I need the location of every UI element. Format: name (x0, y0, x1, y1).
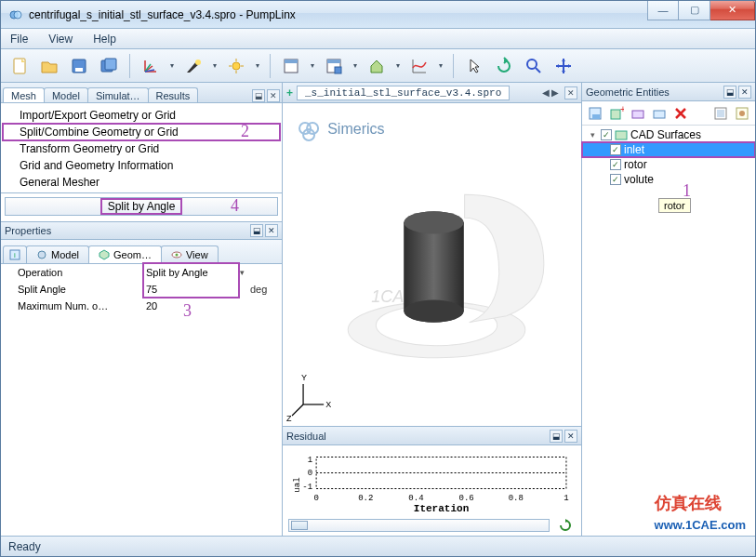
svg-text:0: 0 (308, 468, 312, 478)
plot-dropdown-icon[interactable]: ▾ (436, 61, 445, 70)
svg-text:X: X (325, 400, 331, 409)
properties-pin-icon[interactable]: ⬓ (250, 224, 263, 237)
tab-mesh[interactable]: Mesh (3, 87, 45, 102)
plot-icon[interactable] (406, 53, 432, 79)
tab-results[interactable]: Results (148, 87, 199, 102)
prop-tab-model[interactable]: Model (26, 245, 89, 263)
collapse-icon[interactable]: ▾ (588, 130, 598, 140)
geo-root[interactable]: ▾ ✓ CAD Surfaces (582, 127, 755, 142)
svg-point-37 (404, 211, 463, 233)
close-panel-icon[interactable]: ✕ (267, 89, 280, 102)
viewport-close-icon[interactable]: ✕ (564, 86, 577, 99)
geo-btn-6[interactable] (711, 104, 730, 123)
tree-transform[interactable]: Transform Geometry or Grid (3, 140, 280, 157)
save-view-icon[interactable] (321, 53, 347, 79)
tree-split-combine[interactable]: Split/Combine Geometry or Grid (3, 124, 280, 140)
residual-slider[interactable] (288, 519, 550, 532)
app-icon (8, 7, 23, 22)
mesh-tree: Import/Export Geometry or Grid Split/Com… (1, 103, 282, 193)
geo-add-icon[interactable]: + (607, 104, 626, 123)
document-tab[interactable]: _s_initial_stl_surface_v3.4.spro (297, 86, 510, 100)
checkbox-root[interactable]: ✓ (601, 129, 612, 140)
rotate-icon[interactable] (491, 53, 517, 79)
save-icon[interactable] (66, 53, 92, 79)
home-icon[interactable] (364, 53, 390, 79)
home-dropdown-icon[interactable]: ▾ (393, 61, 403, 70)
menu-help[interactable]: Help (89, 31, 120, 47)
annotation-3: 3 (183, 301, 192, 321)
axes-icon[interactable] (138, 53, 164, 79)
tab-simulation[interactable]: Simulat… (87, 87, 149, 102)
sun-icon[interactable] (223, 53, 249, 79)
light-icon[interactable] (180, 53, 206, 79)
new-icon[interactable] (7, 53, 33, 79)
svg-point-36 (404, 300, 463, 323)
axes-dropdown-icon[interactable]: ▾ (167, 61, 177, 70)
prop-tab-geom[interactable]: Geom… (88, 245, 162, 263)
checkbox-rotor[interactable]: ✓ (610, 159, 621, 170)
svg-text:0: 0 (313, 493, 318, 503)
geo-btn-4[interactable] (650, 104, 669, 123)
prop-max-num-value[interactable]: 20 (140, 300, 250, 312)
properties-close-icon[interactable]: ✕ (265, 224, 278, 237)
checkbox-inlet[interactable]: ✓ (610, 144, 621, 155)
prop-operation-value[interactable]: Split by Angle▾ (140, 267, 250, 278)
zoom-icon[interactable] (521, 53, 547, 79)
menu-file[interactable]: File (7, 31, 32, 47)
residual-pin-icon[interactable]: ⬓ (550, 430, 563, 443)
window-dropdown-icon[interactable]: ▾ (308, 61, 317, 70)
open-icon[interactable] (36, 53, 62, 79)
prop-tab-info[interactable]: i (3, 245, 27, 263)
refresh-icon[interactable] (555, 516, 576, 535)
svg-point-19 (527, 60, 537, 69)
tab-model[interactable]: Model (44, 87, 88, 102)
nav-next-icon[interactable]: ▶ (551, 87, 559, 98)
window-title: centrifugal_s_initial_stl_surface_v3.4.s… (29, 8, 647, 21)
menu-view[interactable]: View (45, 31, 76, 47)
maximize-button[interactable]: ▢ (679, 0, 710, 20)
prop-split-angle-value[interactable]: 75 (140, 284, 250, 295)
pan-icon[interactable] (550, 53, 577, 79)
checkbox-volute[interactable]: ✓ (610, 174, 621, 185)
title-bar: centrifugal_s_initial_stl_surface_v3.4.s… (1, 1, 755, 29)
pin-icon[interactable]: ⬓ (252, 89, 265, 102)
geo-close-icon[interactable]: ✕ (738, 86, 751, 99)
svg-rect-18 (335, 67, 341, 73)
svg-rect-15 (285, 60, 298, 63)
save-view-dropdown-icon[interactable]: ▾ (351, 61, 360, 70)
residual-close-icon[interactable]: ✕ (564, 430, 577, 443)
3d-viewport[interactable]: Simerics 1CAE.COM (283, 103, 581, 426)
geo-btn-7[interactable] (733, 104, 751, 123)
sun-dropdown-icon[interactable]: ▾ (253, 61, 262, 70)
dropdown-icon[interactable]: ▾ (240, 268, 245, 277)
close-button[interactable]: ✕ (710, 0, 755, 20)
tree-general-mesher[interactable]: General Mesher (3, 174, 280, 191)
tree-import-export[interactable]: Import/Export Geometry or Grid (3, 107, 280, 124)
nav-prev-icon[interactable]: ◀ (542, 87, 550, 98)
svg-text:Iteration: Iteration (414, 503, 470, 514)
add-tab-icon[interactable]: + (286, 86, 293, 99)
svg-rect-4 (75, 68, 83, 72)
status-text: Ready (8, 540, 41, 553)
tree-grid-info[interactable]: Grid and Geometry Information (3, 157, 280, 174)
geo-delete-icon[interactable] (671, 104, 690, 123)
minimize-button[interactable]: — (647, 0, 679, 20)
save-as-icon[interactable] (96, 53, 122, 79)
geo-item-volute[interactable]: ✓ volute (582, 172, 755, 187)
properties-tabs: i Model Geom… View (1, 240, 282, 264)
light-dropdown-icon[interactable]: ▾ (210, 61, 219, 70)
svg-text:Y: Y (301, 373, 307, 382)
prop-tab-view[interactable]: View (161, 245, 219, 263)
geo-pin-icon[interactable]: ⬓ (723, 86, 736, 99)
geo-toolbar: + (582, 101, 755, 126)
geo-btn-1[interactable] (586, 104, 604, 123)
tooltip: rotor (658, 198, 691, 213)
svg-text:-1: -1 (302, 482, 312, 492)
geo-item-rotor[interactable]: ✓ rotor (582, 157, 755, 172)
pointer-icon[interactable] (461, 53, 487, 79)
center-column: + _s_initial_stl_surface_v3.4.spro ◀ ▶ ✕… (283, 83, 582, 536)
geo-item-inlet[interactable]: ✓ inlet (582, 142, 755, 157)
window-icon[interactable] (278, 53, 304, 79)
svg-point-66 (739, 111, 745, 116)
geo-btn-3[interactable] (629, 104, 647, 123)
